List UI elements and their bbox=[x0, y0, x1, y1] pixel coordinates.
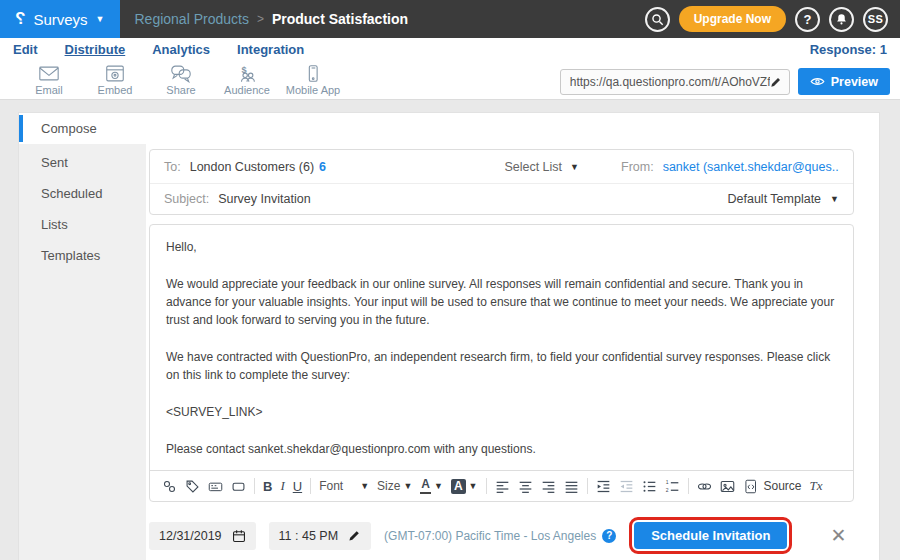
background-color-button[interactable]: A▼ bbox=[451, 479, 478, 494]
channel-share[interactable]: Share bbox=[148, 64, 214, 96]
questionpro-logo-icon: ? bbox=[15, 9, 25, 29]
align-center-icon[interactable] bbox=[518, 479, 533, 494]
channel-audience[interactable]: $ Audience bbox=[214, 64, 280, 96]
preview-button[interactable]: Preview bbox=[798, 68, 890, 95]
page-title: Product Satisfaction bbox=[272, 11, 408, 27]
channel-bar-right: Preview bbox=[560, 64, 890, 95]
close-icon[interactable]: ✕ bbox=[830, 526, 846, 545]
remove-format-icon[interactable]: Tx bbox=[810, 478, 823, 494]
toolbar-separator bbox=[254, 478, 255, 494]
indent-icon[interactable] bbox=[596, 479, 611, 494]
chevron-down-icon: ▼ bbox=[469, 481, 478, 491]
tab-distribute[interactable]: Distribute bbox=[65, 42, 126, 57]
toolbar-separator bbox=[310, 478, 311, 494]
sidebar-item-lists-label: Lists bbox=[41, 217, 68, 232]
select-list-label: Select List bbox=[504, 160, 562, 174]
schedule-date-value: 12/31/2019 bbox=[159, 529, 222, 543]
schedule-date-picker[interactable]: 12/31/2019 bbox=[149, 522, 256, 550]
italic-button[interactable]: I bbox=[280, 478, 284, 494]
from-group: From: sanket (sanket.shekdar@ques... bbox=[621, 160, 839, 174]
sidebar-item-templates-label: Templates bbox=[41, 248, 100, 263]
text-color-button[interactable]: A▼ bbox=[420, 478, 443, 493]
from-label: From: bbox=[621, 160, 654, 174]
sidebar-item-scheduled[interactable]: Scheduled bbox=[19, 178, 146, 209]
schedule-time-value: 11 : 45 PM bbox=[279, 529, 339, 543]
subject-row: Subject: Survey Invitation Default Templ… bbox=[150, 183, 853, 214]
recipient-count-badge[interactable]: 6 bbox=[319, 160, 326, 174]
font-dropdown[interactable]: Font▼ bbox=[319, 479, 369, 493]
channel-email[interactable]: Email bbox=[16, 64, 82, 96]
outdent-icon[interactable] bbox=[619, 479, 634, 494]
search-icon[interactable] bbox=[645, 7, 670, 32]
survey-nav: Edit Distribute Analytics Integration Re… bbox=[0, 38, 900, 61]
select-list-dropdown[interactable]: Select List ▼ bbox=[504, 160, 579, 174]
questionpro-app: ? Surveys ▼ Regional Products > Product … bbox=[0, 0, 900, 560]
edit-url-pencil-icon[interactable] bbox=[770, 76, 782, 88]
sidebar-item-templates[interactable]: Templates bbox=[19, 240, 146, 271]
schedule-time-picker[interactable]: 11 : 45 PM bbox=[269, 522, 372, 550]
embed-icon bbox=[104, 64, 126, 83]
button-widget-icon[interactable] bbox=[231, 479, 246, 494]
user-avatar[interactable]: SS bbox=[863, 7, 888, 32]
help-icon[interactable]: ? bbox=[795, 7, 820, 32]
chevron-down-icon: ▼ bbox=[403, 481, 412, 491]
bold-button[interactable]: B bbox=[263, 479, 272, 494]
justify-icon[interactable] bbox=[564, 479, 579, 494]
sidebar-item-compose[interactable]: Compose bbox=[19, 113, 879, 144]
size-dropdown[interactable]: Size▼ bbox=[377, 479, 412, 493]
source-button-label: Source bbox=[764, 479, 802, 493]
surveys-menu-label: Surveys bbox=[33, 11, 87, 28]
toolbar-separator bbox=[486, 478, 487, 494]
body-paragraph: We would appreciate your feedback in our… bbox=[166, 275, 837, 329]
email-body-textarea[interactable]: Hello, We would appreciate your feedback… bbox=[150, 225, 853, 470]
align-right-icon[interactable] bbox=[541, 479, 556, 494]
breadcrumb-parent[interactable]: Regional Products bbox=[135, 11, 249, 27]
panel-body: Sent Scheduled Lists Templates To: Londo… bbox=[19, 144, 879, 560]
editor-toolbar: B I U Font▼ Size▼ A▼ A▼ bbox=[150, 470, 853, 501]
channel-mobile-app[interactable]: Mobile App bbox=[280, 64, 346, 96]
survey-url-box bbox=[560, 69, 790, 95]
sidebar-item-lists[interactable]: Lists bbox=[19, 209, 146, 240]
keycard-icon[interactable] bbox=[208, 479, 223, 494]
mobile-app-icon bbox=[302, 64, 324, 83]
from-value[interactable]: sanket (sanket.shekdar@ques... bbox=[663, 160, 839, 174]
source-button[interactable]: Source bbox=[743, 479, 802, 494]
share-icon bbox=[170, 64, 192, 83]
tag-icon[interactable] bbox=[185, 479, 200, 494]
body-paragraph: We have contracted with QuestionPro, an … bbox=[166, 348, 837, 384]
surveys-product-menu[interactable]: ? Surveys ▼ bbox=[0, 0, 120, 38]
compose-main: To: London Customers (6) 6 Select List ▼… bbox=[146, 144, 879, 560]
template-dropdown[interactable]: Default Template ▼ bbox=[728, 192, 840, 206]
to-value[interactable]: London Customers (6) bbox=[190, 160, 314, 174]
sidebar-item-scheduled-label: Scheduled bbox=[41, 186, 102, 201]
insert-image-icon[interactable] bbox=[720, 479, 735, 494]
channel-email-label: Email bbox=[35, 84, 63, 96]
channel-embed[interactable]: Embed bbox=[82, 64, 148, 96]
underline-button[interactable]: U bbox=[293, 479, 302, 494]
unlink-icon[interactable] bbox=[162, 479, 177, 494]
insert-link-icon[interactable] bbox=[697, 479, 712, 494]
toolbar-separator bbox=[688, 478, 689, 494]
toolbar-separator bbox=[587, 478, 588, 494]
tab-analytics[interactable]: Analytics bbox=[152, 42, 210, 57]
email-panel: Compose Sent Scheduled Lists Templates T… bbox=[18, 112, 880, 560]
sidebar-item-sent[interactable]: Sent bbox=[19, 147, 146, 178]
align-left-icon[interactable] bbox=[495, 479, 510, 494]
bg-color-label: A bbox=[451, 479, 466, 494]
bullet-list-icon[interactable] bbox=[642, 479, 657, 494]
response-count[interactable]: Response: 1 bbox=[810, 42, 887, 57]
schedule-row: 12/31/2019 11 : 45 PM (GMT-07:00) Pacifi… bbox=[149, 517, 854, 554]
font-dropdown-label: Font bbox=[319, 479, 343, 493]
schedule-invitation-button[interactable]: Schedule Invitation bbox=[634, 522, 787, 549]
body-paragraph: Hello, bbox=[166, 238, 837, 256]
upgrade-now-button[interactable]: Upgrade Now bbox=[679, 6, 786, 32]
body-paragraph: Please contact sanket.shekdar@questionpr… bbox=[166, 440, 837, 458]
subject-value[interactable]: Survey Invitation bbox=[218, 192, 310, 206]
notifications-bell-icon[interactable] bbox=[829, 7, 854, 32]
numbered-list-icon[interactable]: 12 bbox=[665, 479, 680, 494]
survey-url-input[interactable] bbox=[570, 75, 770, 89]
timezone-help-icon[interactable]: ? bbox=[602, 529, 616, 543]
tab-edit[interactable]: Edit bbox=[13, 42, 38, 57]
tab-integration[interactable]: Integration bbox=[237, 42, 304, 57]
highlight-annotation-ring: Schedule Invitation bbox=[629, 517, 792, 554]
